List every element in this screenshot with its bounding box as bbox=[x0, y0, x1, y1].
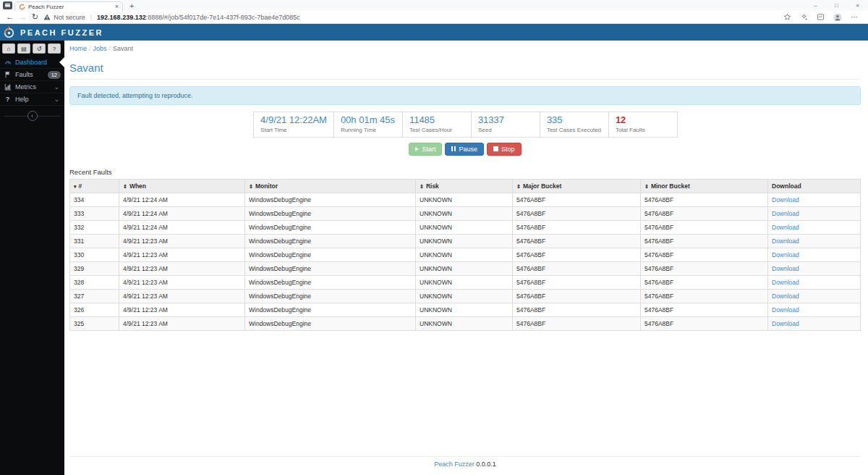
profile-avatar[interactable] bbox=[833, 13, 842, 22]
download-link[interactable]: Download bbox=[772, 196, 799, 203]
breadcrumb-jobs-link[interactable]: Jobs bbox=[93, 45, 107, 52]
url-divider: | bbox=[90, 14, 92, 21]
close-window-button[interactable]: × bbox=[847, 0, 868, 11]
download-link[interactable]: Download bbox=[772, 224, 799, 231]
browser-menu-button[interactable]: ⋯ bbox=[851, 13, 858, 21]
stat-total-faults: 12 Total Faults bbox=[608, 112, 678, 138]
stop-button[interactable]: Stop bbox=[487, 143, 522, 156]
collapse-chevron-icon[interactable]: ‹ bbox=[27, 111, 38, 121]
start-button: Start bbox=[409, 143, 442, 156]
status-alert: Fault detected, attempting to reproduce. bbox=[69, 86, 861, 105]
breadcrumb-current: Savant bbox=[113, 45, 133, 52]
tab-close-icon[interactable]: × bbox=[115, 4, 119, 10]
download-link[interactable]: Download bbox=[772, 265, 799, 272]
maximize-button[interactable]: □ bbox=[826, 0, 847, 11]
faults-count-badge: 12 bbox=[48, 71, 61, 79]
fault-row: 3304/9/21 12:23 AMWindowsDebugEngineUNKN… bbox=[70, 248, 861, 261]
download-link[interactable]: Download bbox=[772, 293, 799, 300]
sidebar-item-metrics[interactable]: Metrics ⌄ bbox=[0, 81, 64, 93]
footer: Peach Fuzzer 0.0.0.1 bbox=[69, 456, 861, 475]
help-button[interactable]: ? bbox=[48, 43, 61, 54]
sort-icon: ⇕ bbox=[123, 184, 127, 189]
sidebar-item-faults[interactable]: Faults 12 bbox=[0, 69, 64, 81]
download-link[interactable]: Download bbox=[772, 251, 799, 258]
home-button[interactable]: ⌂ bbox=[2, 43, 15, 54]
url-text[interactable]: 192.168.239.132:8888/#/job/54f017de-7e14… bbox=[97, 14, 300, 21]
question-icon: ? bbox=[4, 96, 12, 103]
browser-address-bar: ← → ↻ Not secure | 192.168.239.132:8888/… bbox=[0, 11, 868, 24]
chevron-down-icon: ⌄ bbox=[54, 83, 59, 91]
sort-icon: ⇕ bbox=[420, 184, 424, 189]
stat-test-cases-hour: 11485 Test Cases/Hour bbox=[402, 112, 472, 138]
fault-row: 3344/9/21 12:24 AMWindowsDebugEngineUNKN… bbox=[70, 193, 861, 206]
url-host: 192.168.239.132 bbox=[97, 14, 146, 21]
site-security-info[interactable]: Not secure bbox=[43, 14, 85, 21]
fault-row: 3324/9/21 12:24 AMWindowsDebugEngineUNKN… bbox=[70, 220, 861, 234]
chevron-down-icon: ⌄ bbox=[54, 96, 59, 103]
sidebar-collapse-control[interactable]: ‹ bbox=[0, 110, 64, 122]
stop-icon bbox=[493, 146, 498, 151]
download-link[interactable]: Download bbox=[772, 320, 799, 327]
url-path: :8888/#/job/54f017de-7e14-437f-893c-7bae… bbox=[146, 14, 300, 21]
recent-faults-heading: Recent Faults bbox=[69, 168, 861, 176]
favorites-star-icon[interactable] bbox=[783, 13, 791, 21]
peach-fuzzer-logo bbox=[3, 26, 15, 38]
back-button[interactable]: ← bbox=[6, 13, 14, 21]
new-tab-button[interactable]: + bbox=[123, 0, 140, 11]
breadcrumb-home-link[interactable]: Home bbox=[69, 45, 87, 52]
fault-row: 3334/9/21 12:24 AMWindowsDebugEngineUNKN… bbox=[70, 206, 861, 220]
browser-tab[interactable]: Peach Fuzzer × bbox=[14, 1, 123, 11]
col-download: Download bbox=[768, 179, 861, 193]
sidebar-item-help[interactable]: ? Help ⌄ bbox=[0, 93, 64, 106]
refresh-button[interactable]: ↻ bbox=[32, 13, 38, 21]
fault-row: 3274/9/21 12:23 AMWindowsDebugEngineUNKN… bbox=[70, 289, 861, 303]
tab-list-icon bbox=[3, 1, 12, 9]
sidebar-item-label: Help bbox=[15, 96, 50, 103]
dashboard-gauge-icon bbox=[4, 59, 12, 66]
security-label: Not secure bbox=[54, 14, 85, 21]
browser-tab-bar: Peach Fuzzer × + – □ × bbox=[0, 0, 868, 11]
sort-icon: ⇕ bbox=[516, 184, 521, 189]
table-header-row: ▾# ⇕When ⇕Monitor ⇕Risk ⇕Major Bucket ⇕M… bbox=[70, 179, 861, 193]
fault-row: 3264/9/21 12:23 AMWindowsDebugEngineUNKN… bbox=[70, 303, 861, 316]
flag-icon bbox=[4, 71, 12, 78]
sidebar-item-label: Metrics bbox=[15, 83, 50, 91]
col-minor-bucket[interactable]: ⇕Minor Bucket bbox=[641, 179, 768, 193]
fault-row: 3294/9/21 12:23 AMWindowsDebugEngineUNKN… bbox=[70, 261, 861, 275]
sort-icon: ⇕ bbox=[249, 184, 253, 189]
minimize-button[interactable]: – bbox=[805, 0, 826, 11]
sort-icon: ⇕ bbox=[644, 184, 649, 189]
stat-test-cases-executed: 335 Test Cases Executed bbox=[540, 112, 609, 138]
download-link[interactable]: Download bbox=[772, 210, 799, 217]
pause-button[interactable]: Pause bbox=[445, 143, 484, 156]
download-link[interactable]: Download bbox=[772, 306, 799, 314]
brand-title: PEACH FUZZER bbox=[20, 28, 103, 37]
fault-row: 3254/9/21 12:23 AMWindowsDebugEngineUNKN… bbox=[70, 316, 861, 330]
bar-chart-icon bbox=[4, 83, 12, 91]
page-title: Savant bbox=[69, 62, 861, 80]
col-risk[interactable]: ⇕Risk bbox=[416, 179, 513, 193]
pause-icon bbox=[451, 146, 456, 151]
sort-desc-icon: ▾ bbox=[74, 184, 77, 189]
col-number[interactable]: ▾# bbox=[70, 179, 119, 193]
sidebar-item-dashboard[interactable]: Dashboard bbox=[0, 56, 64, 69]
collections-icon[interactable] bbox=[800, 13, 808, 21]
col-monitor[interactable]: ⇕Monitor bbox=[245, 179, 416, 193]
play-icon bbox=[415, 147, 419, 151]
main-content: Home/Jobs/Savant Savant Fault detected, … bbox=[64, 41, 868, 475]
download-link[interactable]: Download bbox=[772, 238, 799, 245]
breadcrumb: Home/Jobs/Savant bbox=[69, 45, 861, 52]
sidebar: ⌂ ▤ ↺ ? Dashboard Faults 12 Metrics ⌄ bbox=[0, 41, 64, 475]
recent-faults-table: ▾# ⇕When ⇕Monitor ⇕Risk ⇕Major Bucket ⇕M… bbox=[69, 179, 861, 331]
browser-essentials-icon[interactable] bbox=[817, 13, 825, 21]
tab-list-button[interactable] bbox=[0, 0, 14, 11]
history-button[interactable]: ↺ bbox=[33, 43, 46, 54]
download-link[interactable]: Download bbox=[772, 279, 799, 286]
docs-button[interactable]: ▤ bbox=[17, 43, 30, 54]
footer-link[interactable]: Peach Fuzzer bbox=[434, 461, 475, 468]
app-header: PEACH FUZZER bbox=[0, 24, 868, 41]
tab-title: Peach Fuzzer bbox=[28, 4, 112, 10]
col-when[interactable]: ⇕When bbox=[119, 179, 245, 193]
sidebar-item-label: Faults bbox=[15, 71, 44, 78]
col-major-bucket[interactable]: ⇕Major Bucket bbox=[513, 179, 641, 193]
